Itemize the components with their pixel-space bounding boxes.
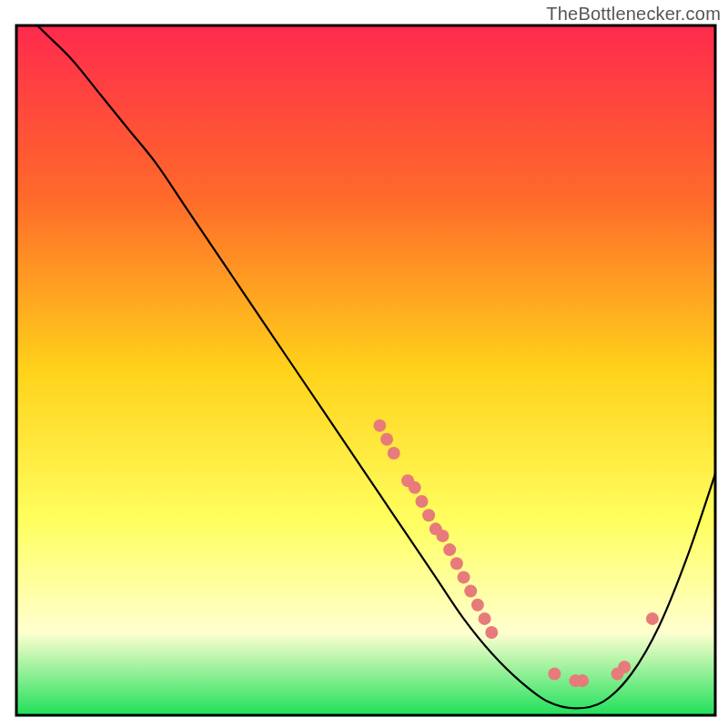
data-point bbox=[380, 433, 393, 446]
data-point bbox=[618, 661, 631, 673]
data-point bbox=[548, 668, 561, 681]
plot-area bbox=[16, 5, 715, 715]
data-point bbox=[415, 495, 428, 508]
data-point bbox=[464, 585, 477, 598]
data-point bbox=[479, 612, 491, 625]
data-point bbox=[409, 481, 421, 494]
data-point bbox=[388, 447, 400, 460]
chart-svg bbox=[0, 0, 728, 728]
data-point bbox=[436, 530, 449, 542]
data-point bbox=[458, 571, 470, 583]
data-point bbox=[373, 420, 386, 432]
gradient-background bbox=[16, 25, 715, 715]
data-point bbox=[443, 543, 456, 556]
watermark-text: TheBottlenecker.com bbox=[546, 4, 721, 25]
data-point bbox=[646, 612, 659, 625]
data-point bbox=[450, 557, 463, 570]
data-point bbox=[422, 509, 435, 521]
chart-container: TheBottlenecker.com bbox=[0, 0, 728, 728]
data-point bbox=[471, 599, 484, 612]
data-point bbox=[576, 674, 589, 687]
data-point bbox=[485, 626, 498, 639]
